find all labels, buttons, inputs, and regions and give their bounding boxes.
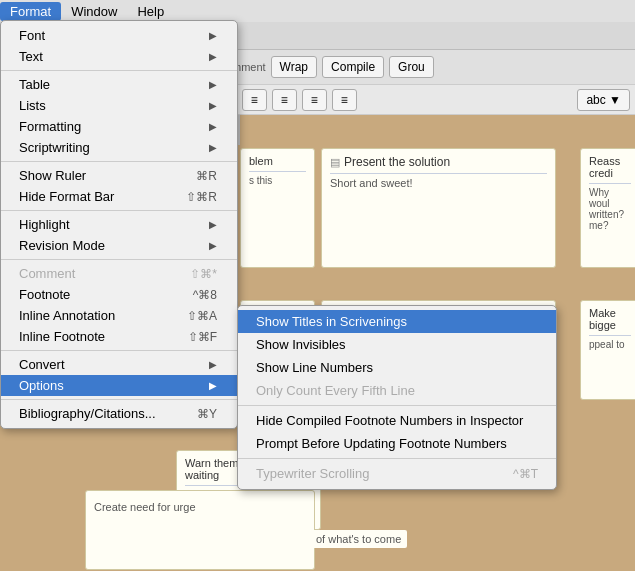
- separator: [1, 350, 237, 351]
- menu-lists[interactable]: Lists ▶: [1, 95, 237, 116]
- inline-annotation-shortcut: ⇧⌘A: [187, 309, 217, 323]
- menu-highlight[interactable]: Highlight ▶: [1, 214, 237, 235]
- menu-bibliography[interactable]: Bibliography/Citations... ⌘Y: [1, 403, 237, 424]
- menu-bar: Format Window Help: [0, 0, 635, 22]
- arrow-icon: ▶: [209, 359, 217, 370]
- menu-show-ruler[interactable]: Show Ruler ⌘R: [1, 165, 237, 186]
- compile-btn[interactable]: Compile: [322, 56, 384, 78]
- scriptwriting-label: Scriptwriting: [19, 140, 90, 155]
- submenu-prompt-before[interactable]: Prompt Before Updating Footnote Numbers: [238, 432, 556, 455]
- card-reassure[interactable]: Reasscredi Why woulwritten?me?: [580, 148, 635, 268]
- align-center[interactable]: ≡: [272, 89, 297, 111]
- font-label: Font: [19, 28, 45, 43]
- card-body: ppeal to: [589, 339, 631, 350]
- revision-mode-label: Revision Mode: [19, 238, 105, 253]
- card-make[interactable]: Makebigge ppeal to: [580, 300, 635, 400]
- inline-footnote-shortcut: ⇧⌘F: [188, 330, 217, 344]
- menu-format[interactable]: Format: [0, 2, 61, 21]
- submenu-typewriter[interactable]: Typewriter Scrolling ^⌘T: [238, 462, 556, 485]
- align-justify[interactable]: ≡: [332, 89, 357, 111]
- prompt-before-label: Prompt Before Updating Footnote Numbers: [256, 436, 507, 451]
- card-body: Why woulwritten?me?: [589, 187, 631, 231]
- arrow-icon: ▶: [209, 240, 217, 251]
- submenu-show-line-numbers[interactable]: Show Line Numbers: [238, 356, 556, 379]
- options-submenu: Show Titles in Scrivenings Show Invisibl…: [237, 305, 557, 490]
- menu-scriptwriting[interactable]: Scriptwriting ▶: [1, 137, 237, 158]
- separator: [1, 161, 237, 162]
- card-problem[interactable]: blem s this: [240, 148, 315, 268]
- menu-revision-mode[interactable]: Revision Mode ▶: [1, 235, 237, 256]
- convert-label: Convert: [19, 357, 65, 372]
- separator: [1, 259, 237, 260]
- menu-options[interactable]: Options ▶: [1, 375, 237, 396]
- menu-footnote[interactable]: Footnote ^⌘8: [1, 284, 237, 305]
- bottom-text: of what's to come: [310, 530, 407, 548]
- separator: [238, 405, 556, 406]
- card-present-solution[interactable]: ▤ Present the solution Short and sweet!: [321, 148, 556, 268]
- align-left[interactable]: ≡: [242, 89, 267, 111]
- card-body: Create need for urge: [94, 501, 306, 513]
- arrow-icon: ▶: [209, 30, 217, 41]
- align-right[interactable]: ≡: [302, 89, 327, 111]
- card-title: Makebigge: [589, 307, 631, 331]
- menu-comment[interactable]: Comment ⇧⌘*: [1, 263, 237, 284]
- bibliography-label: Bibliography/Citations...: [19, 406, 156, 421]
- lists-label: Lists: [19, 98, 46, 113]
- card-body: Short and sweet!: [330, 177, 547, 189]
- wrap-btn[interactable]: Wrap: [271, 56, 317, 78]
- menu-window[interactable]: Window: [61, 2, 127, 21]
- card-create[interactable]: Create need for urge: [85, 490, 315, 570]
- card-title: blem: [249, 155, 306, 167]
- submenu-show-invisibles[interactable]: Show Invisibles: [238, 333, 556, 356]
- hide-format-bar-label: Hide Format Bar: [19, 189, 114, 204]
- typewriter-label: Typewriter Scrolling: [256, 466, 369, 481]
- menu-inline-footnote[interactable]: Inline Footnote ⇧⌘F: [1, 326, 237, 347]
- submenu-show-titles[interactable]: Show Titles in Scrivenings: [238, 310, 556, 333]
- comment-menu-label: Comment: [19, 266, 75, 281]
- card-divider: [330, 173, 547, 174]
- menu-font[interactable]: Font ▶: [1, 25, 237, 46]
- show-ruler-shortcut: ⌘R: [196, 169, 217, 183]
- arrow-icon: ▶: [209, 380, 217, 391]
- show-ruler-label: Show Ruler: [19, 168, 86, 183]
- arrow-icon: ▶: [209, 51, 217, 62]
- separator: [1, 399, 237, 400]
- hide-format-bar-shortcut: ⇧⌘R: [186, 190, 217, 204]
- comment-shortcut: ⇧⌘*: [190, 267, 217, 281]
- card-body: s this: [249, 175, 306, 186]
- menu-formatting[interactable]: Formatting ▶: [1, 116, 237, 137]
- arrow-icon: ▶: [209, 100, 217, 111]
- card-title-text: Present the solution: [344, 155, 450, 169]
- menu-convert[interactable]: Convert ▶: [1, 354, 237, 375]
- card-title: Reasscredi: [589, 155, 631, 179]
- menu-text[interactable]: Text ▶: [1, 46, 237, 67]
- menu-table[interactable]: Table ▶: [1, 74, 237, 95]
- submenu-only-count[interactable]: Only Count Every Fifth Line: [238, 379, 556, 402]
- menu-hide-format-bar[interactable]: Hide Format Bar ⇧⌘R: [1, 186, 237, 207]
- menu-help[interactable]: Help: [127, 2, 174, 21]
- style-select[interactable]: abc ▼: [577, 89, 630, 111]
- show-line-numbers-label: Show Line Numbers: [256, 360, 373, 375]
- format-dropdown-menu: Font ▶ Text ▶ Table ▶ Lists ▶ Formatting…: [0, 20, 238, 429]
- show-invisibles-label: Show Invisibles: [256, 337, 346, 352]
- arrow-icon: ▶: [209, 79, 217, 90]
- highlight-label: Highlight: [19, 217, 70, 232]
- separator: [238, 458, 556, 459]
- submenu-hide-compiled[interactable]: Hide Compiled Footnote Numbers in Inspec…: [238, 409, 556, 432]
- options-label: Options: [19, 378, 64, 393]
- group-btn[interactable]: Grou: [389, 56, 434, 78]
- inline-annotation-label: Inline Annotation: [19, 308, 115, 323]
- inline-footnote-label: Inline Footnote: [19, 329, 105, 344]
- arrow-icon: ▶: [209, 121, 217, 132]
- card-divider: [589, 183, 631, 184]
- typewriter-shortcut: ^⌘T: [513, 467, 538, 481]
- footnote-label: Footnote: [19, 287, 70, 302]
- hide-compiled-label: Hide Compiled Footnote Numbers in Inspec…: [256, 413, 523, 428]
- bibliography-shortcut: ⌘Y: [197, 407, 217, 421]
- menu-inline-annotation[interactable]: Inline Annotation ⇧⌘A: [1, 305, 237, 326]
- card-divider: [249, 171, 306, 172]
- arrow-icon: ▶: [209, 142, 217, 153]
- card-divider: [589, 335, 631, 336]
- show-titles-label: Show Titles in Scrivenings: [256, 314, 407, 329]
- card-title: ▤ Present the solution: [330, 155, 547, 169]
